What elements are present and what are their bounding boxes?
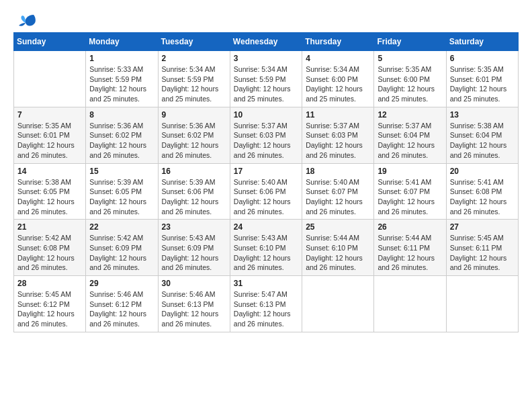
calendar-cell: 28Sunrise: 5:45 AM Sunset: 6:12 PM Dayli… — [14, 276, 86, 332]
day-info: Sunrise: 5:42 AM Sunset: 6:08 PM Dayligh… — [17, 233, 82, 273]
day-number: 22 — [89, 222, 154, 232]
day-info: Sunrise: 5:46 AM Sunset: 6:12 PM Dayligh… — [89, 289, 154, 329]
calendar-cell: 25Sunrise: 5:44 AM Sunset: 6:10 PM Dayli… — [302, 220, 374, 276]
day-number: 16 — [162, 167, 226, 176]
calendar-cell: 23Sunrise: 5:43 AM Sunset: 6:09 PM Dayli… — [158, 220, 230, 276]
day-number: 27 — [450, 222, 515, 232]
calendar-cell: 27Sunrise: 5:45 AM Sunset: 6:11 PM Dayli… — [446, 220, 518, 276]
day-info: Sunrise: 5:40 AM Sunset: 6:07 PM Dayligh… — [306, 177, 370, 217]
calendar-cell — [374, 276, 446, 332]
calendar-cell: 11Sunrise: 5:37 AM Sunset: 6:03 PM Dayli… — [302, 107, 374, 163]
calendar-cell: 3Sunrise: 5:34 AM Sunset: 5:59 PM Daylig… — [230, 51, 302, 107]
day-number: 18 — [306, 167, 370, 176]
calendar-cell: 10Sunrise: 5:37 AM Sunset: 6:03 PM Dayli… — [230, 107, 302, 163]
day-info: Sunrise: 5:45 AM Sunset: 6:12 PM Dayligh… — [17, 289, 82, 329]
day-of-week-header: Thursday — [302, 33, 374, 51]
day-number: 6 — [450, 54, 515, 63]
calendar-week-row: 1Sunrise: 5:33 AM Sunset: 5:59 PM Daylig… — [14, 51, 519, 107]
calendar-cell: 22Sunrise: 5:42 AM Sunset: 6:09 PM Dayli… — [86, 220, 158, 276]
calendar-cell: 16Sunrise: 5:39 AM Sunset: 6:06 PM Dayli… — [158, 163, 230, 220]
day-info: Sunrise: 5:36 AM Sunset: 6:02 PM Dayligh… — [162, 121, 226, 161]
day-number: 23 — [162, 222, 226, 232]
day-number: 19 — [378, 167, 442, 176]
calendar-week-row: 28Sunrise: 5:45 AM Sunset: 6:12 PM Dayli… — [14, 276, 519, 332]
day-of-week-header: Friday — [374, 33, 446, 51]
day-info: Sunrise: 5:36 AM Sunset: 6:02 PM Dayligh… — [89, 121, 154, 161]
day-number: 24 — [234, 222, 298, 232]
calendar-table: SundayMondayTuesdayWednesdayThursdayFrid… — [13, 32, 519, 332]
day-info: Sunrise: 5:41 AM Sunset: 6:07 PM Dayligh… — [378, 177, 442, 217]
day-number: 7 — [17, 110, 82, 120]
day-number: 11 — [306, 110, 370, 120]
calendar-cell: 7Sunrise: 5:35 AM Sunset: 6:01 PM Daylig… — [14, 107, 86, 163]
calendar-week-row: 14Sunrise: 5:38 AM Sunset: 6:05 PM Dayli… — [14, 163, 519, 220]
calendar-cell: 19Sunrise: 5:41 AM Sunset: 6:07 PM Dayli… — [374, 163, 446, 220]
logo-bird-icon — [15, 13, 36, 30]
calendar-cell: 17Sunrise: 5:40 AM Sunset: 6:06 PM Dayli… — [230, 163, 302, 220]
day-info: Sunrise: 5:33 AM Sunset: 5:59 PM Dayligh… — [89, 64, 154, 104]
day-info: Sunrise: 5:35 AM Sunset: 6:01 PM Dayligh… — [17, 121, 82, 161]
calendar-cell — [302, 276, 374, 332]
day-number: 4 — [306, 54, 370, 63]
day-info: Sunrise: 5:34 AM Sunset: 6:00 PM Dayligh… — [306, 64, 370, 104]
day-info: Sunrise: 5:37 AM Sunset: 6:04 PM Dayligh… — [378, 121, 442, 161]
day-info: Sunrise: 5:43 AM Sunset: 6:10 PM Dayligh… — [234, 233, 298, 273]
calendar-cell: 21Sunrise: 5:42 AM Sunset: 6:08 PM Dayli… — [14, 220, 86, 276]
calendar-cell: 15Sunrise: 5:39 AM Sunset: 6:05 PM Dayli… — [86, 163, 158, 220]
day-number: 30 — [162, 279, 226, 288]
day-number: 9 — [162, 110, 226, 120]
calendar-header-row: SundayMondayTuesdayWednesdayThursdayFrid… — [14, 33, 519, 51]
calendar-cell: 2Sunrise: 5:34 AM Sunset: 5:59 PM Daylig… — [158, 51, 230, 107]
day-number: 5 — [378, 54, 442, 63]
day-info: Sunrise: 5:35 AM Sunset: 6:01 PM Dayligh… — [450, 64, 515, 104]
page-header — [13, 13, 519, 27]
calendar-cell: 4Sunrise: 5:34 AM Sunset: 6:00 PM Daylig… — [302, 51, 374, 107]
day-number: 10 — [234, 110, 298, 120]
day-number: 1 — [89, 54, 154, 63]
day-number: 25 — [306, 222, 370, 232]
day-of-week-header: Tuesday — [158, 33, 230, 51]
day-number: 28 — [17, 279, 82, 288]
calendar-cell: 31Sunrise: 5:47 AM Sunset: 6:13 PM Dayli… — [230, 276, 302, 332]
calendar-cell: 13Sunrise: 5:38 AM Sunset: 6:04 PM Dayli… — [446, 107, 518, 163]
logo — [13, 13, 36, 27]
day-number: 26 — [378, 222, 442, 232]
day-number: 3 — [234, 54, 298, 63]
calendar-week-row: 21Sunrise: 5:42 AM Sunset: 6:08 PM Dayli… — [14, 220, 519, 276]
day-info: Sunrise: 5:43 AM Sunset: 6:09 PM Dayligh… — [162, 233, 226, 273]
calendar-cell — [446, 276, 518, 332]
day-info: Sunrise: 5:34 AM Sunset: 5:59 PM Dayligh… — [234, 64, 298, 104]
day-of-week-header: Saturday — [446, 33, 518, 51]
day-info: Sunrise: 5:38 AM Sunset: 6:05 PM Dayligh… — [17, 177, 82, 217]
day-info: Sunrise: 5:44 AM Sunset: 6:10 PM Dayligh… — [306, 233, 370, 273]
day-info: Sunrise: 5:45 AM Sunset: 6:11 PM Dayligh… — [450, 233, 515, 273]
day-number: 15 — [89, 167, 154, 176]
calendar-cell: 1Sunrise: 5:33 AM Sunset: 5:59 PM Daylig… — [86, 51, 158, 107]
day-number: 31 — [234, 279, 298, 288]
day-number: 13 — [450, 110, 515, 120]
day-info: Sunrise: 5:39 AM Sunset: 6:06 PM Dayligh… — [162, 177, 226, 217]
day-info: Sunrise: 5:34 AM Sunset: 5:59 PM Dayligh… — [162, 64, 226, 104]
day-of-week-header: Wednesday — [230, 33, 302, 51]
day-of-week-header: Monday — [86, 33, 158, 51]
calendar-cell: 20Sunrise: 5:41 AM Sunset: 6:08 PM Dayli… — [446, 163, 518, 220]
calendar-cell: 12Sunrise: 5:37 AM Sunset: 6:04 PM Dayli… — [374, 107, 446, 163]
day-info: Sunrise: 5:39 AM Sunset: 6:05 PM Dayligh… — [89, 177, 154, 217]
calendar-cell: 30Sunrise: 5:46 AM Sunset: 6:13 PM Dayli… — [158, 276, 230, 332]
calendar-week-row: 7Sunrise: 5:35 AM Sunset: 6:01 PM Daylig… — [14, 107, 519, 163]
calendar-cell — [14, 51, 86, 107]
day-info: Sunrise: 5:35 AM Sunset: 6:00 PM Dayligh… — [378, 64, 442, 104]
day-info: Sunrise: 5:38 AM Sunset: 6:04 PM Dayligh… — [450, 121, 515, 161]
day-info: Sunrise: 5:42 AM Sunset: 6:09 PM Dayligh… — [89, 233, 154, 273]
day-info: Sunrise: 5:46 AM Sunset: 6:13 PM Dayligh… — [162, 289, 226, 329]
calendar-cell: 14Sunrise: 5:38 AM Sunset: 6:05 PM Dayli… — [14, 163, 86, 220]
day-info: Sunrise: 5:40 AM Sunset: 6:06 PM Dayligh… — [234, 177, 298, 217]
calendar-cell: 9Sunrise: 5:36 AM Sunset: 6:02 PM Daylig… — [158, 107, 230, 163]
day-number: 8 — [89, 110, 154, 120]
day-of-week-header: Sunday — [14, 33, 86, 51]
day-number: 14 — [17, 167, 82, 176]
calendar-cell: 24Sunrise: 5:43 AM Sunset: 6:10 PM Dayli… — [230, 220, 302, 276]
day-number: 20 — [450, 167, 515, 176]
day-number: 29 — [89, 279, 154, 288]
day-info: Sunrise: 5:41 AM Sunset: 6:08 PM Dayligh… — [450, 177, 515, 217]
